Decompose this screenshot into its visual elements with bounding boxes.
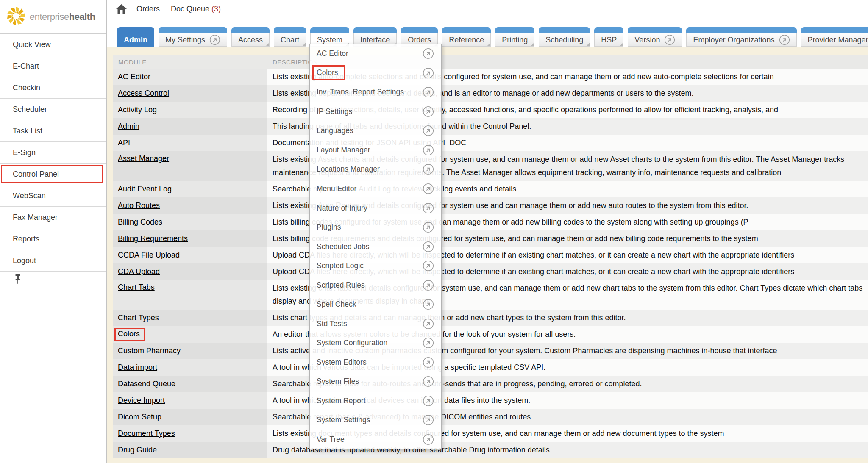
external-link-icon[interactable] bbox=[779, 34, 790, 45]
menu-item-plugins[interactable]: Plugins bbox=[310, 218, 441, 237]
menu-item-ac-editor[interactable]: AC Editor bbox=[310, 44, 441, 64]
menu-item-scripted-logic[interactable]: Scripted Logic bbox=[310, 256, 441, 276]
external-link-icon[interactable] bbox=[423, 144, 434, 156]
menu-item-scripted-rules[interactable]: Scripted Rules bbox=[310, 275, 441, 295]
external-link-icon[interactable] bbox=[423, 395, 434, 407]
tab-hsp[interactable]: HSP bbox=[594, 27, 623, 47]
external-link-icon[interactable] bbox=[423, 260, 434, 272]
menu-item-nature-of-injury[interactable]: Nature of Injury bbox=[310, 198, 441, 218]
tab-chart[interactable]: Chart bbox=[274, 27, 306, 47]
sidebar-pin-button[interactable] bbox=[0, 272, 106, 293]
module-link-auto-routes[interactable]: Auto Routes bbox=[118, 201, 160, 210]
sidebar-item-quick-view[interactable]: Quick View bbox=[0, 34, 106, 55]
tab-provider-management[interactable]: Provider Management bbox=[801, 27, 868, 47]
sidebar-item-reports[interactable]: Reports bbox=[0, 228, 106, 250]
module-link-data-import[interactable]: Data import bbox=[118, 363, 157, 372]
module-link-datasend-queue[interactable]: Datasend Queue bbox=[118, 380, 175, 388]
menu-item-var-tree[interactable]: Var Tree bbox=[310, 430, 441, 449]
external-link-icon[interactable] bbox=[423, 86, 434, 98]
menu-item-system-settings[interactable]: System Settings bbox=[310, 410, 441, 430]
external-link-icon[interactable] bbox=[423, 299, 434, 310]
module-link-cda-upload[interactable]: CDA Upload bbox=[118, 267, 160, 276]
external-link-icon[interactable] bbox=[423, 357, 434, 368]
sidebar-item-task-list[interactable]: Task List bbox=[0, 120, 106, 142]
module-link-access-control[interactable]: Access Control bbox=[118, 89, 169, 98]
breadcrumb-doc-queue[interactable]: Doc Queue (3) bbox=[171, 5, 221, 14]
module-link-audit-event-log[interactable]: Audit Event Log bbox=[118, 185, 172, 194]
tab-version[interactable]: Version bbox=[628, 27, 682, 47]
menu-item-colors[interactable]: Colors bbox=[310, 64, 441, 83]
module-link-dicom-setup[interactable]: Dicom Setup bbox=[118, 413, 161, 421]
external-link-icon[interactable] bbox=[423, 337, 434, 349]
sidebar-item-fax-manager[interactable]: Fax Manager bbox=[0, 207, 106, 228]
external-link-icon[interactable] bbox=[423, 280, 434, 291]
table-row: ColorsAn editor that allows system color… bbox=[113, 326, 868, 343]
module-link-api[interactable]: API bbox=[118, 139, 130, 147]
menu-item-system-configuration[interactable]: System Configuration bbox=[310, 333, 441, 353]
external-link-icon[interactable] bbox=[423, 376, 434, 387]
external-link-icon[interactable] bbox=[423, 318, 434, 330]
menu-item-system-editors[interactable]: System Editors bbox=[310, 353, 441, 372]
module-link-ac-editor[interactable]: AC Editor bbox=[118, 72, 150, 81]
tab-label: Version bbox=[628, 33, 682, 47]
sidebar-item-e-chart[interactable]: E-Chart bbox=[0, 55, 106, 77]
module-link-chart-types[interactable]: Chart Types bbox=[118, 313, 159, 322]
menu-item-std-tests[interactable]: Std Tests bbox=[310, 314, 441, 333]
module-link-asset-manager[interactable]: Asset Manager bbox=[118, 154, 169, 163]
tab-scheduling[interactable]: Scheduling bbox=[539, 27, 590, 47]
module-cell: Data import bbox=[113, 359, 267, 376]
sidebar-item-logout[interactable]: Logout bbox=[0, 250, 106, 272]
menu-item-system-files[interactable]: System Files bbox=[310, 372, 441, 391]
module-cell: Device Import bbox=[113, 392, 267, 409]
external-link-icon[interactable] bbox=[423, 434, 434, 445]
sidebar-item-webscan[interactable]: WebScan bbox=[0, 185, 106, 207]
tab-access[interactable]: Access bbox=[231, 27, 270, 47]
external-link-icon[interactable] bbox=[423, 222, 434, 233]
external-link-icon[interactable] bbox=[423, 125, 434, 136]
external-link-icon[interactable] bbox=[423, 106, 434, 117]
module-link-drug-guide[interactable]: Drug Guide bbox=[118, 446, 157, 455]
external-link-icon[interactable] bbox=[664, 34, 675, 45]
menu-item-label: IP Settings bbox=[317, 107, 352, 116]
tab-my-settings[interactable]: My Settings bbox=[159, 27, 227, 47]
breadcrumb-orders[interactable]: Orders bbox=[136, 5, 160, 14]
tab-cap bbox=[495, 27, 534, 33]
brand-logo[interactable]: enterprisehealth bbox=[0, 0, 106, 34]
module-link-billing-codes[interactable]: Billing Codes bbox=[118, 218, 162, 227]
menu-item-inv-trans-report-settings[interactable]: Inv. Trans. Report Settings bbox=[310, 83, 441, 102]
module-link-custom-pharmacy[interactable]: Custom Pharmacy bbox=[118, 347, 181, 355]
module-link-admin[interactable]: Admin bbox=[118, 122, 139, 131]
module-link-activity-log[interactable]: Activity Log bbox=[118, 105, 157, 114]
module-link-device-import[interactable]: Device Import bbox=[118, 396, 165, 405]
module-link-billing-requirements[interactable]: Billing Requirements bbox=[118, 234, 188, 243]
external-link-icon[interactable] bbox=[423, 164, 434, 175]
menu-item-layout-manager[interactable]: Layout Manager bbox=[310, 141, 441, 160]
menu-item-scheduled-jobs[interactable]: Scheduled Jobs bbox=[310, 237, 441, 256]
menu-item-ip-settings[interactable]: IP Settings bbox=[310, 102, 441, 122]
module-link-colors[interactable]: Colors bbox=[118, 330, 140, 338]
external-link-icon[interactable] bbox=[423, 48, 434, 59]
external-link-icon[interactable] bbox=[209, 34, 220, 45]
menu-item-languages[interactable]: Languages bbox=[310, 121, 441, 141]
sidebar-item-scheduler[interactable]: Scheduler bbox=[0, 99, 106, 120]
tab-printing[interactable]: Printing bbox=[495, 27, 534, 47]
external-link-icon[interactable] bbox=[423, 67, 434, 79]
sidebar-item-e-sign[interactable]: E-Sign bbox=[0, 142, 106, 164]
external-link-icon[interactable] bbox=[423, 241, 434, 252]
tab-admin[interactable]: Admin bbox=[117, 27, 154, 47]
module-link-ccda-file-upload[interactable]: CCDA File Upload bbox=[118, 251, 180, 260]
module-link-document-types[interactable]: Document Types bbox=[118, 429, 175, 438]
menu-item-spell-check[interactable]: Spell Check bbox=[310, 295, 441, 314]
menu-item-locations-manager[interactable]: Locations Manager bbox=[310, 160, 441, 179]
menu-item-menu-editor[interactable]: Menu Editor bbox=[310, 179, 441, 199]
tab-employer-organizations[interactable]: Employer Organizations bbox=[686, 27, 796, 47]
home-icon[interactable] bbox=[116, 4, 127, 14]
sidebar-item-control-panel[interactable]: Control Panel bbox=[0, 164, 106, 185]
external-link-icon[interactable] bbox=[423, 183, 434, 194]
tab-reference[interactable]: Reference bbox=[442, 27, 491, 47]
sidebar-item-checkin[interactable]: Checkin bbox=[0, 77, 106, 99]
external-link-icon[interactable] bbox=[423, 202, 434, 214]
module-link-chart-tabs[interactable]: Chart Tabs bbox=[118, 283, 155, 292]
menu-item-system-report[interactable]: System Report bbox=[310, 391, 441, 411]
external-link-icon[interactable] bbox=[423, 414, 434, 426]
